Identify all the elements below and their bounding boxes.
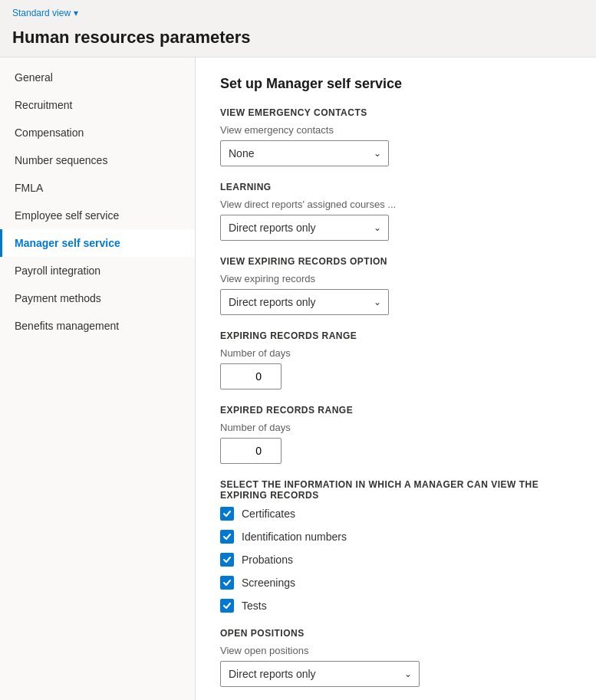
checkbox-probations[interactable] <box>220 553 234 567</box>
sidebar-item-general[interactable]: General <box>0 64 195 91</box>
learning-select[interactable]: None Direct reports only All reports <box>220 215 389 241</box>
open-positions-select-wrapper: None Direct reports only All reports ⌄ <box>220 661 420 687</box>
expiring-records-range-input[interactable] <box>220 363 282 389</box>
checkbox-item-probations[interactable]: Probations <box>220 553 571 567</box>
expired-records-range-input[interactable] <box>220 438 282 464</box>
checkbox-item-screenings[interactable]: Screenings <box>220 576 571 590</box>
expiring-records-range-label: Number of days <box>220 347 571 359</box>
checkmark-icon <box>222 532 232 541</box>
checkbox-certificates-label: Certificates <box>242 508 295 520</box>
sidebar-item-number-sequences[interactable]: Number sequences <box>0 146 195 174</box>
sidebar-item-label: General <box>15 71 53 84</box>
sidebar-item-label: Payroll integration <box>15 265 100 277</box>
sidebar-item-label: FMLA <box>15 182 43 194</box>
expiring-records-range-group: EXPIRING RECORDS RANGE Number of days <box>220 330 571 389</box>
view-emergency-contacts-group: VIEW EMERGENCY CONTACTS View emergency c… <box>220 107 571 166</box>
view-expiring-records-upper-label: VIEW EXPIRING RECORDS OPTION <box>220 256 571 267</box>
content-area: Set up Manager self service VIEW EMERGEN… <box>196 58 596 700</box>
learning-select-wrapper: None Direct reports only All reports ⌄ <box>220 215 389 241</box>
sidebar-item-label: Number sequences <box>15 154 107 166</box>
expired-records-range-upper-label: EXPIRED RECORDS RANGE <box>220 405 571 416</box>
checkbox-screenings-label: Screenings <box>242 577 295 589</box>
sidebar-item-manager-self-service[interactable]: Manager self service <box>0 229 195 257</box>
sidebar-item-fmla[interactable]: FMLA <box>0 174 195 202</box>
learning-group: LEARNING View direct reports' assigned c… <box>220 182 571 241</box>
sidebar-item-label: Benefits management <box>15 320 119 332</box>
open-positions-group: OPEN POSITIONS View open positions None … <box>220 628 571 687</box>
expiring-records-range-upper-label: EXPIRING RECORDS RANGE <box>220 330 571 341</box>
sidebar-item-recruitment[interactable]: Recruitment <box>0 91 195 119</box>
view-emergency-contacts-upper-label: VIEW EMERGENCY CONTACTS <box>220 107 571 118</box>
checkmark-icon <box>222 555 232 564</box>
sidebar: General Recruitment Compensation Number … <box>0 58 196 700</box>
select-info-upper-label: SELECT THE INFORMATION IN WHICH A MANAGE… <box>220 479 571 501</box>
sidebar-item-compensation[interactable]: Compensation <box>0 119 195 146</box>
checkbox-tests[interactable] <box>220 599 234 613</box>
open-positions-select[interactable]: None Direct reports only All reports <box>220 661 420 687</box>
checkmark-icon <box>222 601 232 610</box>
select-info-group: SELECT THE INFORMATION IN WHICH A MANAGE… <box>220 479 571 613</box>
checkbox-identification-numbers-label: Identification numbers <box>242 531 347 543</box>
checkbox-tests-label: Tests <box>242 600 267 612</box>
sidebar-item-label: Manager self service <box>15 237 120 249</box>
checkbox-group: Certificates Identification numbers <box>220 507 571 613</box>
main-layout: General Recruitment Compensation Number … <box>0 58 596 700</box>
view-expiring-records-label: View expiring records <box>220 273 571 284</box>
view-expiring-records-group: VIEW EXPIRING RECORDS OPTION View expiri… <box>220 256 571 315</box>
expired-records-range-group: EXPIRED RECORDS RANGE Number of days <box>220 405 571 464</box>
checkbox-probations-label: Probations <box>242 554 293 566</box>
top-bar: Standard view ▾ Human resources paramete… <box>0 0 596 58</box>
checkmark-icon <box>222 509 232 518</box>
sidebar-item-payment-methods[interactable]: Payment methods <box>0 284 195 312</box>
sidebar-item-employee-self-service[interactable]: Employee self service <box>0 202 195 229</box>
view-emergency-contacts-label: View emergency contacts <box>220 124 571 136</box>
standard-view-button[interactable]: Standard view ▾ <box>12 8 584 18</box>
view-emergency-contacts-select[interactable]: None Direct reports only All reports <box>220 140 389 166</box>
sidebar-item-label: Payment methods <box>15 292 101 304</box>
standard-view-label: Standard view <box>12 8 71 18</box>
sidebar-item-benefits-management[interactable]: Benefits management <box>0 312 195 340</box>
checkbox-item-tests[interactable]: Tests <box>220 599 571 613</box>
checkbox-screenings[interactable] <box>220 576 234 590</box>
checkbox-certificates[interactable] <box>220 507 234 521</box>
view-expiring-records-select-wrapper: None Direct reports only All reports ⌄ <box>220 289 389 315</box>
sidebar-item-label: Recruitment <box>15 99 72 111</box>
view-expiring-records-select[interactable]: None Direct reports only All reports <box>220 289 389 315</box>
standard-view-chevron: ▾ <box>74 8 78 18</box>
page-title: Human resources parameters <box>12 21 584 54</box>
checkbox-item-certificates[interactable]: Certificates <box>220 507 571 521</box>
learning-label: View direct reports' assigned courses ..… <box>220 199 571 210</box>
sidebar-item-payroll-integration[interactable]: Payroll integration <box>0 257 195 284</box>
checkmark-icon <box>222 578 232 587</box>
checkbox-identification-numbers[interactable] <box>220 530 234 544</box>
expired-records-range-label: Number of days <box>220 422 571 433</box>
section-title: Set up Manager self service <box>220 76 571 92</box>
open-positions-upper-label: OPEN POSITIONS <box>220 628 571 639</box>
open-positions-label: View open positions <box>220 645 571 656</box>
checkbox-item-identification-numbers[interactable]: Identification numbers <box>220 530 571 544</box>
learning-upper-label: LEARNING <box>220 182 571 192</box>
sidebar-item-label: Employee self service <box>15 209 119 222</box>
sidebar-item-label: Compensation <box>15 127 84 139</box>
view-emergency-contacts-select-wrapper: None Direct reports only All reports ⌄ <box>220 140 389 166</box>
